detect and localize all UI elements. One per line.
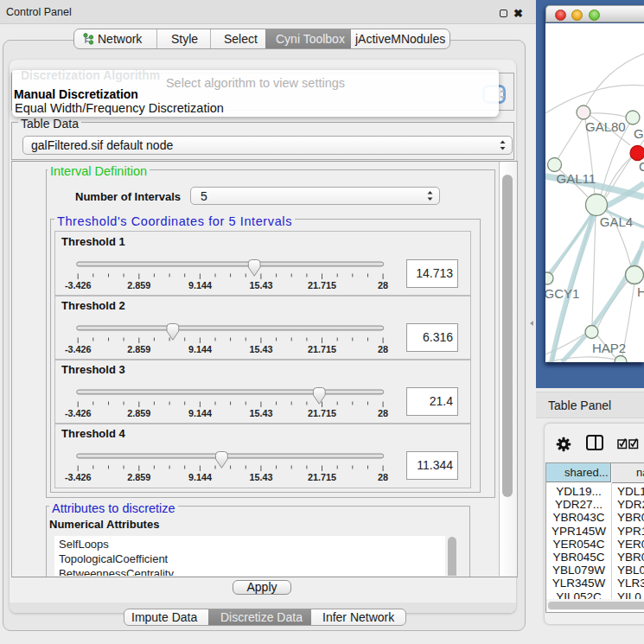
svg-text:C: C (639, 159, 644, 174)
svg-text:GCY1: GCY1 (545, 286, 579, 301)
svg-text:GAL4: GAL4 (600, 214, 633, 229)
svg-text:GA: GA (634, 126, 644, 141)
svg-text:H: H (637, 284, 644, 299)
svg-text:GAL11: GAL11 (557, 171, 596, 186)
svg-text:HAP2: HAP2 (592, 341, 626, 355)
svg-text:GAL80: GAL80 (585, 119, 626, 134)
